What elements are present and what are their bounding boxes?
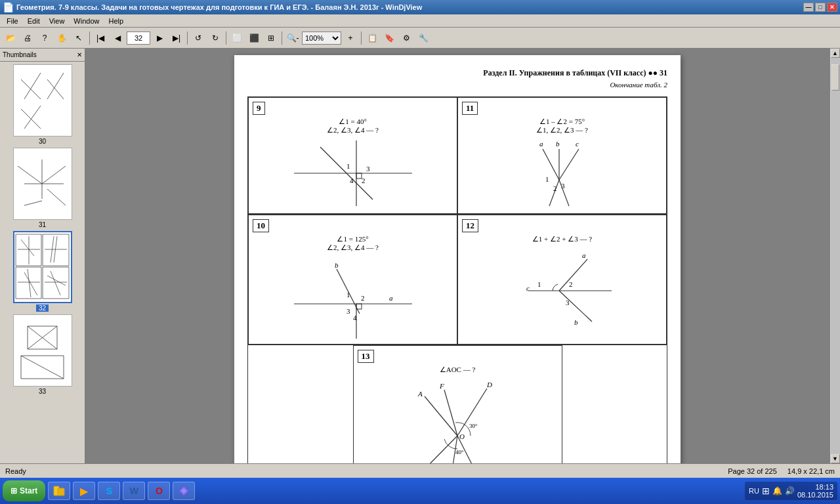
page-content: Раздел II. Упражнения в таблицах (VII кл… [234, 55, 681, 463]
thumbnail-31[interactable]: 31 [13, 148, 72, 228]
svg-text:b: b [574, 318, 578, 326]
thumb-img-32 [13, 231, 72, 303]
exercise-12-cell: 12 ∠1 + ∠2 + ∠3 — ? a c [457, 215, 667, 345]
svg-text:O: O [459, 432, 465, 440]
volume-icon: 🔊 [785, 486, 795, 495]
tool-btn-4[interactable]: 🔧 [415, 30, 431, 46]
svg-text:b: b [335, 261, 339, 269]
taskbar-app-files[interactable] [48, 482, 70, 500]
rotate-left-button[interactable]: ↺ [190, 30, 206, 46]
page-input[interactable] [127, 32, 150, 45]
menu-file[interactable]: File [3, 16, 22, 26]
taskbar-app-opera[interactable]: O [148, 482, 170, 500]
menu-window[interactable]: Window [70, 16, 103, 26]
prev-page-button[interactable]: ◀ [110, 30, 125, 46]
page-info: Page 32 of 225 [728, 467, 777, 475]
taskbar-app-app6[interactable] [173, 482, 195, 500]
next-page-button[interactable]: ▶ [152, 30, 167, 46]
exercise-10-num: 10 [253, 219, 269, 232]
svg-line-67 [559, 259, 587, 291]
layout-btn-1[interactable]: ⬜ [229, 30, 245, 46]
svg-rect-0 [14, 66, 70, 135]
svg-line-82 [420, 436, 457, 463]
tool-btn-1[interactable]: 📋 [364, 30, 380, 46]
status-bar-left: Ready [5, 467, 26, 475]
files-icon [52, 484, 66, 497]
page-subheader: Окончание табл. 2 [247, 81, 667, 89]
status-bar: Ready Page 32 of 225 14,9 x 22,1 cm [0, 463, 840, 478]
scroll-track[interactable] [831, 58, 840, 454]
window-title: Геометрия. 7-9 классы. Задачи на готовых… [16, 3, 422, 11]
doc-area[interactable]: Раздел II. Упражнения в таблицах (VII кл… [85, 49, 830, 463]
layout-btn-3[interactable]: ⊞ [263, 30, 279, 46]
sep-1 [89, 32, 90, 45]
svg-text:F: F [439, 382, 444, 390]
thumbnail-33[interactable]: 33 [13, 314, 72, 395]
thumb-label-33: 33 [39, 388, 46, 395]
svg-text:1: 1 [346, 162, 350, 170]
close-thumbnails-icon[interactable]: ✕ [77, 51, 82, 58]
exercise-10-diagram: b a 1 2 [253, 255, 453, 340]
svg-text:40°: 40° [455, 449, 464, 455]
svg-text:A: A [417, 390, 423, 398]
scroll-thumb[interactable] [831, 64, 839, 91]
menu-view[interactable]: View [45, 16, 69, 26]
thumbnails-header: Thumbnails ✕ [0, 49, 85, 62]
title-bar-left: 📄 Геометрия. 7-9 классы. Задачи на готов… [3, 2, 422, 12]
tool-btn-3[interactable]: ⚙ [398, 30, 414, 46]
taskbar-app-word[interactable]: W [123, 482, 145, 500]
thumbnails-list[interactable]: 30 31 [0, 62, 85, 463]
thumb-label-30: 30 [39, 138, 46, 145]
maximize-button[interactable]: □ [815, 3, 826, 12]
first-page-button[interactable]: |◀ [93, 30, 108, 46]
status-bar-right: Page 32 of 225 14,9 x 22,1 cm [728, 467, 835, 475]
taskbar-right: RU ⊞ 🔔 🔊 18:13 08.10.2015 [745, 482, 837, 500]
toolbar-select[interactable]: ↖ [71, 30, 87, 46]
sep-2 [187, 32, 188, 45]
sep-5 [361, 32, 362, 45]
taskbar-app-skype[interactable]: S [98, 482, 120, 500]
last-page-button[interactable]: ▶| [169, 30, 184, 46]
tool-btn-2[interactable]: 🔖 [381, 30, 397, 46]
svg-text:D: D [486, 381, 492, 388]
opera-icon: O [152, 484, 165, 497]
menu-edit[interactable]: Edit [24, 16, 44, 26]
thumbnail-32[interactable]: 32 [13, 231, 72, 312]
word-icon: W [127, 484, 140, 497]
toolbar-icon-2[interactable]: 🖨 [20, 30, 35, 46]
rotate-right-button[interactable]: ↻ [207, 30, 223, 46]
svg-rect-31 [14, 316, 70, 385]
minimize-button[interactable]: — [803, 3, 814, 12]
menu-help[interactable]: Help [104, 16, 127, 26]
svg-text:4: 4 [353, 314, 357, 322]
lang-indicator: RU [749, 487, 759, 495]
exercises-bottom-grid: 13 ∠AOC — ? F [247, 345, 667, 463]
start-button[interactable]: ⊞ Start [3, 480, 45, 501]
exercise-9-formula: ∠1 = 40°∠2, ∠3, ∠4 — ? [253, 117, 453, 135]
thumbnail-30[interactable]: 30 [13, 64, 72, 145]
exercise-11-formula: ∠1 – ∠2 = 75°∠1, ∠2, ∠3 — ? [462, 117, 662, 135]
exercise-13-diagram: F D A C [358, 377, 558, 463]
toolbar-icon-1[interactable]: 📂 [3, 30, 18, 46]
zoom-out-button[interactable]: 🔍- [285, 30, 301, 46]
thumb-label-32: 32 [36, 304, 49, 312]
layout-btn-2[interactable]: ⬛ [246, 30, 262, 46]
scroll-down-button[interactable]: ▼ [831, 454, 840, 463]
svg-text:4: 4 [350, 177, 354, 184]
zoom-in-button[interactable]: + [343, 30, 358, 46]
scroll-up-button[interactable]: ▲ [831, 49, 840, 58]
zoom-select[interactable]: 100% 75% 125% 150% [302, 32, 341, 45]
exercise-10-cell: 10 ∠1 = 125°∠2, ∠3, ∠4 — ? b [248, 215, 457, 345]
exercise-12-num: 12 [462, 219, 478, 232]
taskbar-app-media[interactable]: ▶ [73, 482, 95, 500]
svg-rect-7 [14, 150, 70, 219]
close-button[interactable]: ✕ [827, 3, 837, 12]
status-ready: Ready [5, 467, 26, 475]
right-scrollbar[interactable]: ▲ ▼ [830, 49, 840, 463]
toolbar-hand-tool[interactable]: ✋ [54, 30, 70, 46]
thumb-img-33 [13, 314, 72, 387]
toolbar-icon-3[interactable]: ? [37, 30, 52, 46]
svg-text:a: a [582, 251, 586, 259]
exercise-10-formula: ∠1 = 125°∠2, ∠3, ∠4 — ? [253, 235, 453, 252]
svg-text:c: c [576, 140, 579, 148]
